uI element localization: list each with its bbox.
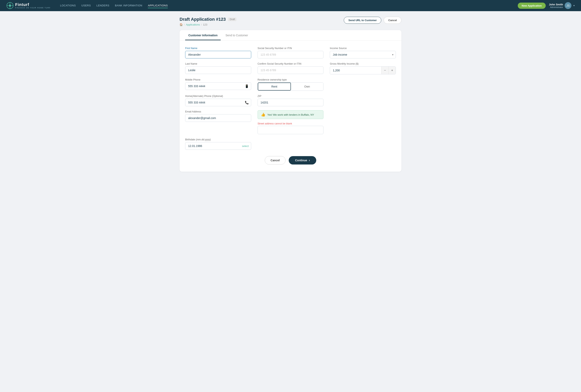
error-message: Street address cannot be blank <box>258 122 324 125</box>
tab-send-to-customer[interactable]: Send to Customer <box>222 30 251 40</box>
continue-label: Continue <box>295 159 307 162</box>
mobile-icon: 📱 <box>245 84 249 88</box>
home-phone-label: Home(Alternate) Phone (Optional) <box>185 95 251 97</box>
birthdate-label: Birthdate (mm.dd.yyyy) <box>185 138 251 141</box>
residence-rent-button[interactable]: Rent <box>258 82 291 90</box>
draft-badge: Draft <box>228 17 236 21</box>
ssn-input[interactable] <box>258 51 324 58</box>
page-header: Draft Application #123 Draft 🏠 / Applica… <box>180 17 402 26</box>
main-card: Customer Information Send to Customer Fi… <box>180 30 402 172</box>
header-actions: Send URL to Customer Cancel <box>344 17 402 24</box>
gross-income-input[interactable] <box>330 67 381 74</box>
confirm-ssn-label: Confirm Social Security Number or ITIN <box>258 62 324 65</box>
mobile-phone-input[interactable] <box>185 82 251 90</box>
last-name-group: Last Name <box>185 62 251 74</box>
confirm-ssn-group: Confirm Social Security Number or ITIN <box>258 62 324 74</box>
nav-bank-information[interactable]: BANK INFORMATION <box>115 3 142 8</box>
zip-group: ZIP <box>258 95 324 106</box>
form-body: First Name Social Security Number or ITI… <box>180 40 402 172</box>
success-message: Yes! We work with lenders in Buffalo, NY <box>267 113 314 116</box>
confirm-ssn-input[interactable] <box>258 66 324 74</box>
address-section: 👍 Yes! We work with lenders in Buffalo, … <box>258 110 324 134</box>
ssn-group: Social Security Number or ITIN <box>258 47 324 58</box>
tab-customer-information[interactable]: Customer Information <box>185 30 221 40</box>
income-source-label: Income Source <box>330 47 396 50</box>
logo-sub: FINANCE ON YOUR HOME TURF <box>15 7 50 9</box>
nav-applications[interactable]: APPLICATIONS <box>148 3 168 8</box>
thumbs-up-icon: 👍 <box>261 112 265 117</box>
cancel-button[interactable]: Cancel <box>265 156 286 164</box>
income-source-group: Income Source Job income Self-employed P… <box>330 47 396 58</box>
page-title: Draft Application #123 <box>180 17 226 22</box>
zip-input[interactable] <box>258 99 324 106</box>
breadcrumb-sep2: / <box>201 23 202 26</box>
tabs: Customer Information Send to Customer <box>180 30 402 40</box>
email-label: Email Address <box>185 110 251 113</box>
logo-text: Finturf <box>15 2 50 7</box>
home-phone-input[interactable] <box>185 99 251 106</box>
first-name-input[interactable] <box>185 51 251 58</box>
page-container: Draft Application #123 Draft 🏠 / Applica… <box>175 11 406 177</box>
mobile-phone-group: Mobile Phone 📱 <box>185 78 251 91</box>
user-role: Administrator <box>549 6 563 8</box>
mobile-phone-input-wrapper: 📱 <box>185 82 251 90</box>
birthdate-input[interactable] <box>185 142 251 150</box>
residence-toggle-group: Rent Own <box>258 82 324 91</box>
breadcrumb-sep1: / <box>184 23 185 26</box>
breadcrumb-home-icon[interactable]: 🏠 <box>180 23 183 26</box>
user-name: John Smith <box>549 3 563 6</box>
avatar: JS <box>565 2 572 9</box>
user-menu-chevron[interactable]: ▾ <box>574 4 574 7</box>
last-name-label: Last Name <box>185 62 251 65</box>
nav-links: LOCATIONS USERS LENDERS BANK INFORMATION… <box>60 3 511 8</box>
gross-income-increase-button[interactable]: + <box>388 67 396 74</box>
birthdate-group: Birthdate (mm.dd.yyyy) select <box>185 138 251 150</box>
phone-icon: 📞 <box>245 101 249 104</box>
nav-locations[interactable]: LOCATIONS <box>60 3 76 8</box>
gross-income-decrease-button[interactable]: − <box>381 67 388 74</box>
home-phone-group: Home(Alternate) Phone (Optional) 📞 <box>185 95 251 106</box>
gross-income-group: Gross Monthly Income ($) − + <box>330 62 396 74</box>
home-phone-input-wrapper: 📞 <box>185 99 251 106</box>
nav-users[interactable]: USERS <box>82 3 91 8</box>
form-actions: Cancel Continue › <box>185 156 396 166</box>
nav-lenders[interactable]: LENDERS <box>96 3 109 8</box>
first-name-label: First Name <box>185 47 251 50</box>
zip-label: ZIP <box>258 95 324 97</box>
income-source-select[interactable]: Job income Self-employed Pension Other <box>330 51 396 58</box>
nav-right: New Application John Smith Administrator… <box>518 2 574 9</box>
residence-label: Residence ownership type <box>258 78 324 81</box>
send-url-button[interactable]: Send URL to Customer <box>344 17 381 24</box>
empty-col3-row3 <box>330 78 396 91</box>
form-grid: First Name Social Security Number or ITI… <box>185 47 396 150</box>
success-banner: 👍 Yes! We work with lenders in Buffalo, … <box>258 110 324 119</box>
new-application-button[interactable]: New Application <box>518 2 546 9</box>
residence-group: Residence ownership type Rent Own <box>258 78 324 91</box>
empty-col3-row5 <box>330 110 396 134</box>
residence-own-button[interactable]: Own <box>291 82 323 90</box>
email-input[interactable] <box>185 114 251 122</box>
first-name-group: First Name <box>185 47 251 58</box>
header-cancel-button[interactable]: Cancel <box>384 17 402 24</box>
continue-button[interactable]: Continue › <box>289 156 316 164</box>
breadcrumb-current: 123 <box>203 23 207 26</box>
breadcrumb-applications-link[interactable]: Applications <box>186 23 200 26</box>
page-title-area: Draft Application #123 Draft 🏠 / Applica… <box>180 17 236 26</box>
logo[interactable]: Finturf FINANCE ON YOUR HOME TURF <box>6 2 50 9</box>
user-info: John Smith Administrator JS ▾ <box>549 2 574 9</box>
breadcrumb: 🏠 / Applications / 123 <box>180 23 236 26</box>
empty-col3-row4 <box>330 95 396 106</box>
birthdate-select-link[interactable]: select <box>242 145 249 148</box>
last-name-input[interactable] <box>185 66 251 74</box>
continue-chevron-icon: › <box>309 158 310 162</box>
ssn-label: Social Security Number or ITIN <box>258 47 324 50</box>
gross-income-input-group: − + <box>330 66 396 74</box>
birthdate-wrapper: select <box>185 142 251 150</box>
gross-income-label: Gross Monthly Income ($) <box>330 62 396 65</box>
income-source-select-wrapper: Job income Self-employed Pension Other ▾ <box>330 51 396 58</box>
svg-point-1 <box>9 4 11 7</box>
email-group: Email Address <box>185 110 251 134</box>
street-address-input[interactable] <box>258 126 324 134</box>
mobile-phone-label: Mobile Phone <box>185 78 251 81</box>
navbar: Finturf FINANCE ON YOUR HOME TURF LOCATI… <box>0 0 581 11</box>
